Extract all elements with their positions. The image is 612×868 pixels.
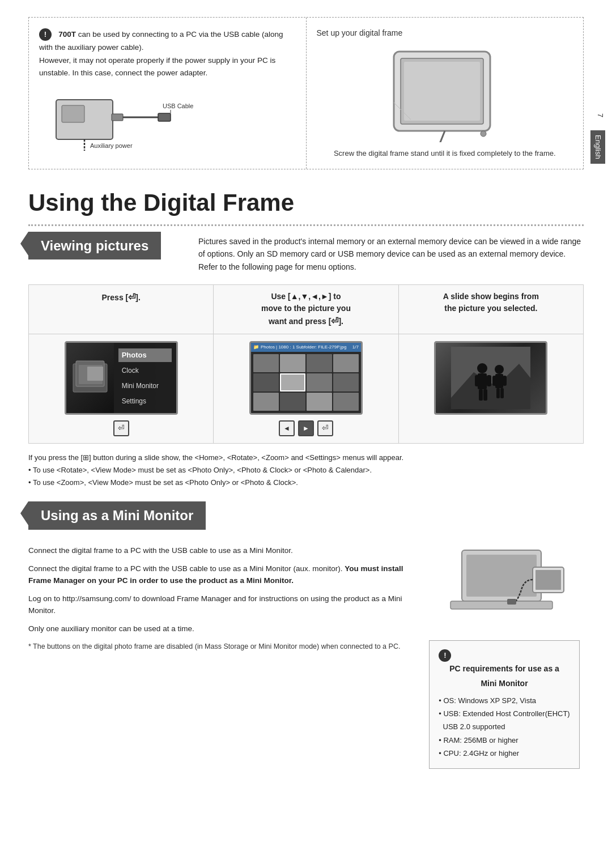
usb-diagram: USB Cable Auxiliary power cable bbox=[39, 88, 296, 151]
top-right-title: Set up your digital frame bbox=[317, 28, 573, 39]
svg-point-23 bbox=[477, 363, 487, 373]
viewing-pictures-header: Viewing pictures bbox=[28, 232, 161, 260]
step-header-3: A slide show begins fromthe picture you … bbox=[399, 285, 583, 334]
laptop-illustration bbox=[434, 544, 575, 632]
device-screen-2: 📁 Photos | 1080 : 1 Subfolder: FILE-279P… bbox=[249, 341, 363, 415]
svg-rect-12 bbox=[404, 62, 480, 121]
photo-cell-1 bbox=[253, 354, 279, 372]
mini-monitor-section: Using as a Mini Monitor Connect the digi… bbox=[28, 501, 584, 768]
photo-cell-10 bbox=[280, 393, 305, 411]
photo-cell-4 bbox=[333, 354, 359, 372]
photo-cell-5 bbox=[253, 373, 279, 392]
step1-label: Press [ bbox=[102, 293, 129, 302]
mini-para3: Log on to http://samsung.com/ to downloa… bbox=[28, 593, 414, 617]
grid-top-bar: 📁 Photos | 1080 : 1 Subfolder: FILE-279P… bbox=[251, 343, 361, 352]
viewing-pictures-section: Viewing pictures Pictures saved in the p… bbox=[28, 232, 584, 489]
main-title: Using the Digital Frame bbox=[28, 186, 584, 226]
step2-button-icons: ◄ ► ⏎ bbox=[279, 420, 333, 436]
top-left-text: 700T can be used by connecting to a PC v… bbox=[39, 30, 283, 77]
note-1: If you press the [⊞] button during a sli… bbox=[28, 452, 584, 464]
mini-bold-text: You must install Frame Manager on your P… bbox=[28, 564, 403, 585]
step-headers: Press [⏎]. Use [▲,▼,◄,►] tomove to the p… bbox=[29, 285, 583, 334]
viewing-header-row: Viewing pictures Pictures saved in the p… bbox=[28, 232, 584, 273]
photo-cell-11 bbox=[307, 393, 332, 411]
mini-para4: Only one auxiliary monitor can be used a… bbox=[28, 623, 414, 635]
mini-monitor-content: Connect the digital frame to a PC with t… bbox=[28, 544, 584, 769]
menu-item-clock: Clock bbox=[118, 364, 172, 377]
svg-point-29 bbox=[495, 365, 504, 374]
mini-left: Connect the digital frame to a PC with t… bbox=[28, 544, 425, 769]
svg-text:Auxiliary power: Auxiliary power bbox=[90, 142, 133, 149]
svg-rect-39 bbox=[536, 570, 561, 590]
photo-cell-3 bbox=[307, 354, 332, 372]
laptop-svg bbox=[434, 544, 575, 629]
step2-label: Use [▲,▼,◄,►] tomove to the picture youw… bbox=[261, 292, 351, 326]
req-item-3: • RAM: 256MB or higher bbox=[439, 734, 570, 747]
step-images: Photos Clock Mini Monitor Settings ⏎ 📁 bbox=[29, 334, 583, 443]
menu-item-photos-active: Photos bbox=[118, 348, 172, 362]
photo-bg-icon bbox=[70, 358, 110, 398]
svg-rect-20 bbox=[87, 367, 103, 381]
req-item-1: • OS: Windows XP SP2, Vista bbox=[439, 694, 570, 707]
svg-rect-33 bbox=[496, 388, 500, 398]
req-item-2: • USB: Extended Host Controller(EHCT) US… bbox=[439, 707, 570, 734]
svg-rect-25 bbox=[475, 375, 479, 386]
svg-rect-37 bbox=[450, 601, 552, 609]
svg-rect-31 bbox=[492, 376, 496, 386]
screw-text: Screw the digital frame stand until it i… bbox=[317, 148, 573, 159]
note-3: • To use <Zoom>, <View Mode> must be set… bbox=[28, 476, 584, 489]
silhouette-svg bbox=[451, 347, 530, 409]
enter-button-2: ⏎ bbox=[317, 420, 333, 436]
svg-rect-2 bbox=[112, 114, 123, 121]
steps-container: Press [⏎]. Use [▲,▼,◄,►] tomove to the p… bbox=[28, 284, 584, 444]
menu-overlay: Photos Clock Mini Monitor Settings bbox=[114, 343, 176, 413]
photo-cell-12 bbox=[333, 393, 359, 411]
viewing-header-left: Viewing pictures bbox=[28, 232, 187, 273]
svg-rect-40 bbox=[507, 599, 516, 605]
svg-rect-28 bbox=[483, 389, 487, 401]
top-right-box: Set up your digital frame Screw the digi… bbox=[307, 18, 584, 169]
svg-rect-34 bbox=[500, 388, 504, 398]
step2-image: 📁 Photos | 1080 : 1 Subfolder: FILE-279P… bbox=[214, 334, 398, 443]
digital-frame-svg bbox=[382, 46, 507, 142]
svg-rect-32 bbox=[503, 376, 507, 386]
requirements-title: PC requirements for use as aMini Monitor bbox=[439, 662, 570, 690]
menu-item-settings: Settings bbox=[118, 395, 172, 408]
svg-rect-30 bbox=[495, 374, 503, 388]
english-label: English bbox=[590, 130, 605, 164]
step3-label: A slide show begins fromthe picture you … bbox=[443, 292, 539, 313]
svg-text:USB Cable: USB Cable bbox=[163, 103, 193, 109]
device-screen-3 bbox=[434, 341, 547, 415]
right-arrow-btn: ► bbox=[298, 420, 314, 436]
photo-grid bbox=[251, 352, 361, 413]
step1-icon: ⏎ bbox=[128, 292, 135, 302]
frame-illustration bbox=[317, 46, 573, 142]
svg-point-15 bbox=[481, 131, 486, 137]
photo-cell-6 bbox=[280, 373, 305, 392]
svg-rect-27 bbox=[479, 389, 483, 401]
info-icon: ! bbox=[39, 28, 52, 41]
step1-image: Photos Clock Mini Monitor Settings ⏎ bbox=[29, 334, 214, 443]
enter-button-1: ⏎ bbox=[113, 420, 129, 436]
photo-cell-8 bbox=[333, 373, 359, 392]
top-left-body: can be used by connecting to a PC via th… bbox=[39, 30, 283, 77]
pc-requirements-box: ! PC requirements for use as aMini Monit… bbox=[429, 640, 579, 769]
notes-section: If you press the [⊞] button during a sli… bbox=[28, 452, 584, 489]
mini-right: ! PC requirements for use as aMini Monit… bbox=[425, 544, 584, 769]
note-2: • To use <Rotate>, <View Mode> must be s… bbox=[28, 464, 584, 476]
mini-monitor-header: Using as a Mini Monitor bbox=[28, 501, 206, 530]
svg-rect-4 bbox=[158, 113, 171, 121]
svg-rect-36 bbox=[466, 555, 537, 597]
photo-content bbox=[436, 343, 546, 413]
menu-item-mini-monitor: Mini Monitor bbox=[118, 380, 172, 393]
mini-note: * The buttons on the digital photo frame… bbox=[28, 641, 414, 652]
svg-text:cable: cable bbox=[90, 150, 105, 151]
step1-button-icons: ⏎ bbox=[113, 420, 129, 436]
step-header-2: Use [▲,▼,◄,►] tomove to the picture youw… bbox=[214, 285, 398, 334]
viewing-description: Pictures saved in the product's internal… bbox=[198, 232, 584, 273]
photo-cell-2 bbox=[280, 354, 305, 372]
mini-para2: Connect the digital frame to a PC with t… bbox=[28, 563, 414, 587]
mini-para1: Connect the digital frame to a PC with t… bbox=[28, 544, 414, 557]
top-section: ! 700T can be used by connecting to a PC… bbox=[28, 17, 584, 169]
svg-rect-26 bbox=[487, 375, 491, 386]
